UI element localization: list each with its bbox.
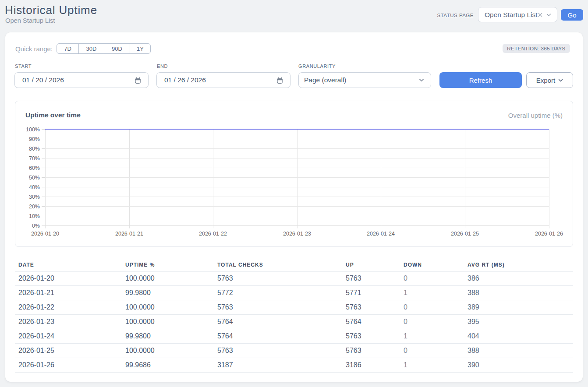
- svg-text:90%: 90%: [29, 136, 40, 142]
- svg-text:10%: 10%: [29, 213, 40, 219]
- svg-text:2026-01-23: 2026-01-23: [283, 231, 311, 237]
- svg-text:100%: 100%: [26, 127, 40, 133]
- svg-text:2026-01-26: 2026-01-26: [535, 231, 563, 237]
- svg-text:40%: 40%: [29, 184, 40, 190]
- svg-text:2026-01-22: 2026-01-22: [199, 231, 227, 237]
- svg-text:0%: 0%: [32, 223, 40, 229]
- svg-text:2026-01-25: 2026-01-25: [451, 231, 479, 237]
- svg-text:30%: 30%: [29, 194, 40, 200]
- svg-text:60%: 60%: [29, 165, 40, 171]
- svg-text:70%: 70%: [29, 155, 40, 162]
- svg-text:50%: 50%: [29, 175, 40, 181]
- svg-text:2026-01-24: 2026-01-24: [367, 231, 395, 237]
- svg-text:2026-01-21: 2026-01-21: [115, 231, 143, 237]
- svg-text:80%: 80%: [29, 146, 40, 152]
- svg-text:20%: 20%: [29, 204, 40, 210]
- svg-text:2026-01-20: 2026-01-20: [31, 231, 59, 237]
